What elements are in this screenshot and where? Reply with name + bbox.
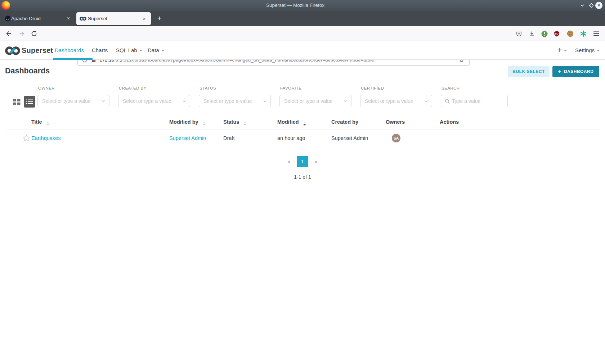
nav-dashboards[interactable]: Dashboards (55, 41, 84, 60)
browser-toolbar: 172.18.0.3:32108/dashboard/list/?pageInd… (0, 26, 605, 41)
filter-created-by: CREATED BY Select or type a value (118, 86, 190, 108)
column-header-modified[interactable]: Modified (277, 114, 306, 130)
pagination-next[interactable]: » (313, 156, 319, 167)
downloads-icon[interactable] (529, 31, 535, 37)
pocket-icon[interactable] (516, 31, 522, 37)
list-view-toggle[interactable] (24, 96, 35, 108)
back-icon[interactable] (5, 30, 12, 37)
select-placeholder: Select or type a value (42, 95, 91, 107)
pagination-prev[interactable]: « (286, 156, 292, 167)
bulk-select-button[interactable]: BULK SELECT (508, 66, 550, 77)
new-dashboard-button[interactable]: + DASHBOARD (552, 66, 599, 77)
search-icon (445, 99, 450, 104)
dashboards-table: Title Modified by Status Modified Create… (6, 114, 599, 146)
search-field (441, 95, 508, 107)
favorite-select[interactable]: Select or type a value (279, 95, 351, 107)
nav-charts[interactable]: Charts (92, 41, 108, 60)
nav-data[interactable]: Data (148, 41, 164, 60)
filter-label: SEARCH (442, 86, 460, 90)
select-placeholder: Select or type a value (203, 95, 252, 107)
column-header-title[interactable]: Title (31, 114, 49, 130)
filter-label: CERTIFIED (361, 86, 384, 90)
column-header-created-by[interactable]: Created by (331, 114, 358, 130)
cookie-icon[interactable] (567, 30, 574, 37)
extension-asterisk-icon[interactable] (580, 30, 587, 37)
filter-owner: OWNER Select or type a value (37, 86, 109, 108)
reload-icon[interactable] (31, 30, 37, 37)
forward-icon[interactable] (18, 30, 26, 37)
sort-icon (203, 122, 206, 126)
chevron-down-icon (139, 50, 142, 51)
column-header-actions: Actions (440, 114, 459, 130)
table-header-row: Title Modified by Status Modified Create… (6, 114, 599, 130)
tab-apache-druid[interactable]: Apache Druid × (0, 11, 74, 26)
select-placeholder: Select or type a value (123, 95, 171, 107)
extension-green-icon[interactable] (541, 31, 548, 37)
superset-favicon (80, 17, 86, 21)
nav-sql-lab[interactable]: SQL Lab (116, 41, 142, 60)
tab-close-icon[interactable]: × (143, 12, 145, 25)
filter-search: SEARCH (441, 86, 513, 108)
svg-text:uO: uO (555, 32, 558, 35)
chevron-down-icon (597, 50, 600, 51)
modified-by-link[interactable]: Superset Admin (169, 130, 206, 146)
filter-label: STATUS (200, 86, 216, 90)
card-view-toggle[interactable] (13, 99, 21, 105)
filter-favorite: FAVORITE Select or type a value (279, 86, 351, 108)
tab-superset[interactable]: Superset × (76, 12, 151, 25)
filter-label: FAVORITE (280, 86, 301, 90)
chevron-down-icon (424, 99, 429, 104)
superset-navbar: Superset Dashboards Charts SQL Lab Data … (0, 41, 605, 60)
menu-hamburger-icon[interactable] (593, 31, 599, 36)
active-nav-underline (53, 58, 93, 60)
close-window-button[interactable]: × (595, 2, 602, 9)
chevron-down-icon (182, 99, 187, 104)
pagination-summary: 1-1 of 1 (266, 174, 339, 180)
column-header-status[interactable]: Status (223, 114, 246, 130)
list-icon (26, 99, 33, 104)
table-row: Earthquakes Superset Admin Draft an hour… (6, 130, 599, 146)
tab-label: Superset (88, 12, 107, 25)
search-input[interactable] (452, 95, 505, 107)
superset-brand[interactable]: Superset (22, 41, 53, 60)
sort-desc-icon (303, 122, 306, 126)
filter-label: OWNER (38, 86, 55, 90)
owner-avatar[interactable]: SA (392, 134, 400, 142)
status-value: Draft (223, 130, 234, 146)
filter-status: STATUS Select or type a value (199, 86, 271, 108)
window-title: Superset — Mozilla Firefox (0, 0, 591, 11)
plus-icon: + (558, 68, 561, 74)
pagination-page-1[interactable]: 1 (297, 156, 308, 167)
column-header-modified-by[interactable]: Modified by (169, 114, 206, 130)
window-titlebar: Superset — Mozilla Firefox × (0, 0, 605, 11)
dashboard-title-link[interactable]: Earthquakes (31, 130, 60, 146)
created-by-select[interactable]: Select or type a value (118, 95, 190, 107)
maximize-icon[interactable] (589, 3, 594, 8)
tab-label: Apache Druid (11, 11, 41, 26)
certified-select[interactable]: Select or type a value (360, 95, 432, 107)
minimize-icon[interactable] (580, 3, 585, 8)
ublock-shield-icon[interactable]: uO (554, 31, 560, 37)
superset-logo-icon[interactable] (5, 46, 20, 55)
new-tab-button[interactable]: + (154, 11, 165, 26)
page-title: Dashboards (5, 67, 50, 76)
chevron-down-icon (101, 99, 106, 104)
sort-icon (243, 122, 246, 126)
column-header-owners[interactable]: Owners (386, 114, 405, 130)
owner-select[interactable]: Select or type a value (37, 95, 109, 107)
nav-settings[interactable]: Settings (575, 41, 600, 60)
chevron-down-icon (343, 99, 348, 104)
modified-value: an hour ago (277, 130, 305, 146)
druid-favicon (5, 15, 11, 22)
chevron-down-icon (564, 50, 567, 51)
status-select[interactable]: Select or type a value (199, 95, 271, 107)
select-placeholder: Select or type a value (284, 95, 333, 107)
tab-close-icon[interactable]: × (67, 11, 70, 26)
chevron-down-icon (161, 50, 164, 51)
chevron-down-icon (263, 99, 267, 104)
favorite-star-icon[interactable] (23, 134, 30, 142)
filter-label: CREATED BY (119, 86, 147, 90)
new-item-menu[interactable]: + (557, 41, 567, 60)
filter-certified: CERTIFIED Select or type a value (360, 86, 432, 108)
select-placeholder: Select or type a value (365, 95, 413, 107)
